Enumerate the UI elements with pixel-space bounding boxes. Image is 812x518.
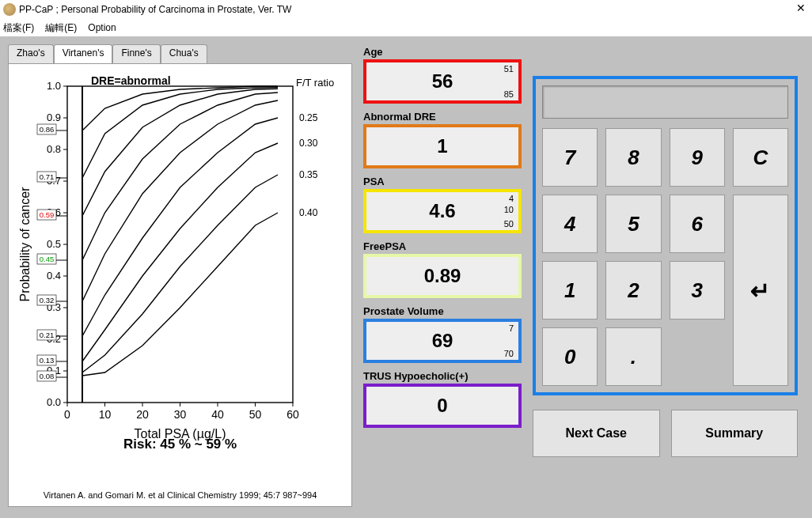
svg-text:30: 30 <box>174 408 187 421</box>
keypad-display[interactable] <box>542 85 788 119</box>
key-4[interactable]: 4 <box>542 195 598 253</box>
svg-text:0.40: 0.40 <box>299 207 318 218</box>
tab-finne[interactable]: Finne's <box>112 44 160 63</box>
menu-file[interactable]: 檔案(F) <box>3 21 34 35</box>
dre-label: Abnormal DRE <box>363 111 522 123</box>
svg-text:10: 10 <box>99 408 112 421</box>
fpsa-label: FreePSA <box>363 240 522 252</box>
svg-text:40: 40 <box>211 408 224 421</box>
psa-max: 50 <box>504 219 514 229</box>
trus-label: TRUS Hypoecholic(+) <box>363 370 522 382</box>
pvol-min: 7 <box>509 323 514 333</box>
svg-text:0.0: 0.0 <box>47 396 61 408</box>
svg-text:60: 60 <box>286 408 299 421</box>
menubar: 檔案(F) 編輯(E) Option <box>0 19 812 36</box>
svg-text:Probability of cancer: Probability of cancer <box>18 187 32 302</box>
svg-text:0.45: 0.45 <box>40 255 55 263</box>
menu-option[interactable]: Option <box>88 22 116 33</box>
svg-text:0.59: 0.59 <box>40 210 55 219</box>
age-max: 85 <box>504 89 514 99</box>
probability-chart: 0.00.10.20.30.40.50.60.70.80.91.00102030… <box>12 70 348 466</box>
svg-text:0: 0 <box>64 408 70 421</box>
next-case-button[interactable]: Next Case <box>533 410 660 457</box>
tab-virtanen[interactable]: Virtanen's <box>54 44 113 63</box>
age-value: 56 <box>432 70 453 93</box>
chart-panel: 0.00.10.20.30.40.50.60.70.80.91.00102030… <box>8 63 352 507</box>
svg-text:0.5: 0.5 <box>47 238 61 250</box>
svg-text:0.4: 0.4 <box>47 270 61 282</box>
numeric-keypad: 7 8 9 C 4 5 6 ↵ 1 2 3 0 . <box>533 76 798 395</box>
key-6[interactable]: 6 <box>670 195 725 253</box>
pvol-value: 69 <box>432 330 453 352</box>
svg-text:0.35: 0.35 <box>299 169 318 180</box>
key-dot[interactable]: . <box>605 327 661 386</box>
key-1[interactable]: 1 <box>542 261 598 319</box>
citation: Virtanen A. and Gomari M. et al Clinical… <box>9 490 351 500</box>
psa-mid: 10 <box>504 205 514 214</box>
svg-text:0.71: 0.71 <box>40 172 55 181</box>
dre-value: 1 <box>437 135 447 157</box>
svg-text:0.9: 0.9 <box>47 112 61 123</box>
age-min: 51 <box>504 64 514 74</box>
trus-value: 0 <box>437 395 447 417</box>
psa-input[interactable]: 4.641050 <box>363 189 522 233</box>
key-2[interactable]: 2 <box>605 261 661 319</box>
close-icon[interactable]: ✕ <box>796 2 806 14</box>
svg-text:0.86: 0.86 <box>40 125 55 134</box>
svg-text:0.25: 0.25 <box>299 112 318 123</box>
key-0[interactable]: 0 <box>542 327 598 386</box>
svg-text:0.32: 0.32 <box>40 296 55 304</box>
svg-rect-0 <box>67 86 293 403</box>
age-input[interactable]: 565185 <box>363 59 522 104</box>
key-9[interactable]: 9 <box>670 128 725 187</box>
pvol-input[interactable]: 69770 <box>363 319 522 363</box>
svg-text:0.08: 0.08 <box>40 372 55 380</box>
key-8[interactable]: 8 <box>605 128 661 187</box>
key-enter[interactable]: ↵ <box>733 195 788 386</box>
summary-button[interactable]: Summary <box>671 410 799 457</box>
pvol-label: Prostate Volume <box>363 305 522 317</box>
svg-text:DRE=abnormal: DRE=abnormal <box>91 74 171 87</box>
fpsa-input[interactable]: 0.89 <box>363 254 522 298</box>
psa-value: 4.6 <box>429 200 455 222</box>
svg-text:0.13: 0.13 <box>40 356 55 365</box>
model-tabs: Zhao's Virtanen's Finne's Chua's <box>8 44 352 63</box>
window-title: PP-CaP ; Personal Probability of Carcino… <box>19 4 291 15</box>
fpsa-value: 0.89 <box>424 265 461 287</box>
tab-chua[interactable]: Chua's <box>161 44 207 63</box>
key-3[interactable]: 3 <box>670 261 725 319</box>
svg-text:0.30: 0.30 <box>299 138 318 149</box>
key-5[interactable]: 5 <box>605 195 661 253</box>
trus-input[interactable]: 0 <box>363 384 522 428</box>
menu-edit[interactable]: 編輯(E) <box>45 21 77 35</box>
dre-input[interactable]: 1 <box>363 124 522 168</box>
svg-text:0.8: 0.8 <box>47 143 61 155</box>
svg-text:F/T ratio: F/T ratio <box>296 77 334 89</box>
tab-zhao[interactable]: Zhao's <box>8 44 54 63</box>
psa-label: PSA <box>363 176 522 187</box>
svg-text:1.0: 1.0 <box>47 80 61 92</box>
age-label: Age <box>363 46 522 58</box>
svg-text:50: 50 <box>249 408 262 421</box>
psa-min: 4 <box>509 194 514 203</box>
titlebar: PP-CaP ; Personal Probability of Carcino… <box>0 0 812 19</box>
svg-text:0.21: 0.21 <box>40 331 55 339</box>
risk-readout: Risk: 45 % ~ 59 % <box>123 437 237 452</box>
pvol-max: 70 <box>504 349 514 358</box>
key-clear[interactable]: C <box>733 128 788 187</box>
app-icon <box>3 3 16 16</box>
svg-text:20: 20 <box>136 408 149 421</box>
key-7[interactable]: 7 <box>542 128 598 187</box>
